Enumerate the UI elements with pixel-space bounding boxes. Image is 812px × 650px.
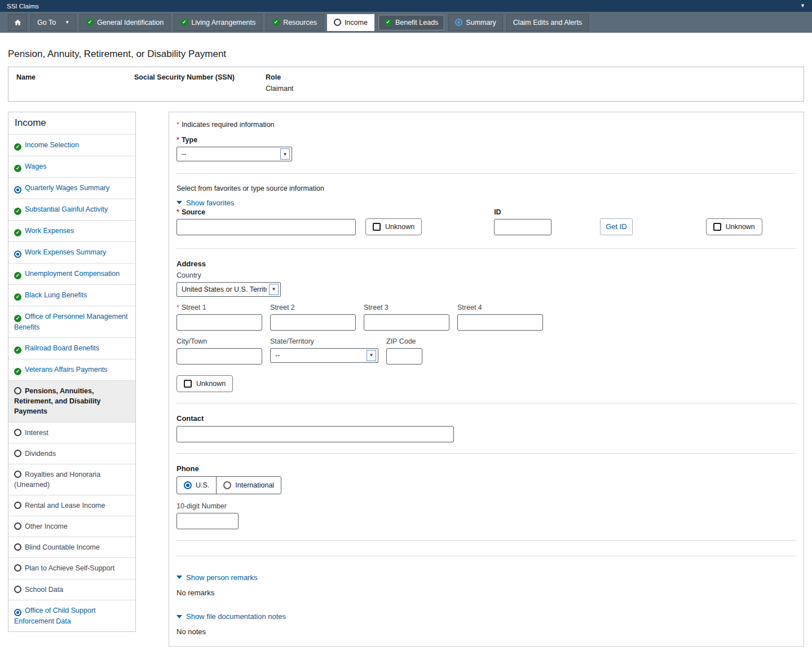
sidebar-item-other-income[interactable]: Other Income [8,516,135,537]
page-title: Pension, Annuity, Retirement, or Disabil… [8,49,804,60]
street2-input[interactable] [270,314,356,331]
id-unknown-checkbox[interactable]: Unknown [706,218,762,235]
state-select[interactable]: -- ▼ [270,348,378,363]
status-icon [334,19,341,26]
country-label: Country [176,271,796,279]
sidebar-item-quarterly-wages-summary[interactable]: Quarterly Wages Summary [8,177,135,199]
sidebar-item-label: Work Expenses [25,227,74,235]
street4-input[interactable] [457,314,543,331]
status-icon [14,450,21,457]
show-file-notes-label: Show file documentation notes [186,612,286,621]
state-field: State/Territory -- ▼ [270,337,378,364]
chevron-down-icon: ▼ [65,20,69,25]
show-person-remarks-toggle[interactable]: Show person remarks [176,573,257,582]
tab-income[interactable]: Income [327,14,374,31]
person-role-value: Claimant [266,85,796,93]
id-label: ID [494,208,551,216]
id-input[interactable] [494,219,551,235]
sidebar-item-rental-and-lease-income[interactable]: Rental and Lease Income [8,495,135,516]
sidebar-item-income-selection[interactable]: Income Selection [8,134,135,156]
street1-input[interactable] [176,314,262,331]
status-icon [14,186,21,194]
type-select[interactable]: -- ▼ [176,147,292,161]
sidebar-item-office-of-personnel-management-benefits[interactable]: Office of Personnel Management Benefits [8,306,135,337]
source-unknown-checkbox[interactable]: Unknown [365,218,422,235]
body-row: Income Income Selection Wages Quarterly … [8,112,804,647]
sidebar-item-office-of-child-support-enforcement-data[interactable]: Office of Child Support Enforcement Data [8,600,135,631]
person-name-value [16,85,134,93]
sidebar-item-work-expenses[interactable]: Work Expenses [8,220,135,241]
sidebar-item-black-lung-benefits[interactable]: Black Lung Benefits [8,284,135,306]
zip-input[interactable] [386,348,422,364]
sidebar-item-royalties-and-honoraria-unearned[interactable]: Royalties and Honoraria (Unearned) [8,464,135,495]
status-icon [14,564,21,572]
street4-label: Street 4 [457,304,543,311]
source-input[interactable] [176,219,356,235]
status-icon [272,19,280,26]
phone-heading: Phone [176,464,796,473]
sidebar-item-blind-countable-income[interactable]: Blind Countable Income [8,537,135,557]
chevron-down-icon[interactable]: ▼ [800,3,805,8]
show-file-notes-toggle[interactable]: Show file documentation notes [176,612,286,621]
sidebar-item-wages[interactable]: Wages [8,156,135,177]
tab-claim-edits-and-alerts[interactable]: Claim Edits and Alerts [506,14,589,31]
sidebar-item-label: Pensions, Annuities, Retirement, and Dis… [14,387,101,415]
page: SSI Claims ▼ Go To ▼ General Identificat… [0,0,812,650]
goto-dropdown[interactable]: Go To ▼ [30,14,76,31]
home-button[interactable] [8,14,27,31]
divider [176,403,796,403]
street3-input[interactable] [364,314,449,331]
sidebar-item-label: Office of Child Support Enforcement Data [14,607,96,625]
sidebar-item-dividends[interactable]: Dividends [8,443,135,464]
zip-field: ZIP Code [386,337,422,364]
sidebar-item-substantial-gainful-activity[interactable]: Substantial Gainful Activity [8,199,135,220]
type-select-value: -- [182,150,186,158]
status-icon [14,502,21,509]
chevron-down-icon [176,615,182,618]
main-nav: Go To ▼ General Identification Living Ar… [0,12,812,33]
tab-general-identification[interactable]: General Identification [80,14,170,31]
tab-summary[interactable]: Summary [448,14,502,31]
sidebar-item-veterans-affairs-payments[interactable]: Veterans Affairs Payments [8,359,135,380]
city-input[interactable] [176,348,262,364]
get-id-button[interactable]: Get ID [600,218,633,235]
sidebar-item-label: School Data [25,586,63,594]
phone-number-field: 10-digit Number [176,502,796,529]
contact-heading: Contact [176,414,796,423]
sidebar-item-railroad-board-benefits[interactable]: Railroad Board Benefits [8,337,135,359]
sidebar-item-label: Interest [25,429,48,437]
required-asterisk: * [176,136,179,144]
id-field: ID [494,208,551,235]
street2-field: Street 2 [270,304,356,331]
sidebar-item-plan-to-achieve-self-support[interactable]: Plan to Achieve Self-Support [8,557,135,578]
tab-living-arrangements[interactable]: Living Arrangements [174,14,262,31]
sidebar-item-pensions-annuities-retirement-disability-payments[interactable]: Pensions, Annuities, Retirement, and Dis… [8,380,135,421]
phone-us-radio[interactable]: U.S. [177,477,216,494]
phone-international-radio[interactable]: International [216,477,281,494]
show-person-remarks-label: Show person remarks [186,573,257,582]
person-ssn-column: Social Security Number (SSN) [134,73,266,93]
city-field: City/Town [176,337,262,364]
sidebar-item-label: Unemployment Compensation [25,270,120,278]
show-favorites-label: Show favorites [186,199,234,207]
street3-field: Street 3 [364,304,449,331]
street3-label: Street 3 [364,304,449,311]
status-icon [14,315,21,322]
contact-input[interactable] [176,426,454,442]
chevron-down-icon: ▼ [367,350,376,361]
tab-resources[interactable]: Resources [266,14,324,31]
sidebar-item-unemployment-compensation[interactable]: Unemployment Compensation [8,263,135,284]
show-favorites-toggle[interactable]: Show favorites [176,199,234,207]
status-icon [14,429,21,436]
address-unknown-checkbox[interactable]: Unknown [176,375,233,392]
sidebar-item-work-expenses-summary[interactable]: Work Expenses Summary [8,241,135,263]
tab-benefit-leads[interactable]: Benefit Leads [378,14,445,31]
sidebar-item-label: Other Income [25,522,68,530]
country-select[interactable]: United States or U.S. Territory ▼ [176,282,281,297]
phone-number-input[interactable] [176,513,239,529]
sidebar-item-interest[interactable]: Interest [8,422,135,443]
person-ssn-value [134,85,266,93]
sidebar-item-school-data[interactable]: School Data [8,579,135,600]
city-state-zip-row: City/Town State/Territory -- ▼ ZIP Code [176,337,796,364]
divider [176,248,796,249]
